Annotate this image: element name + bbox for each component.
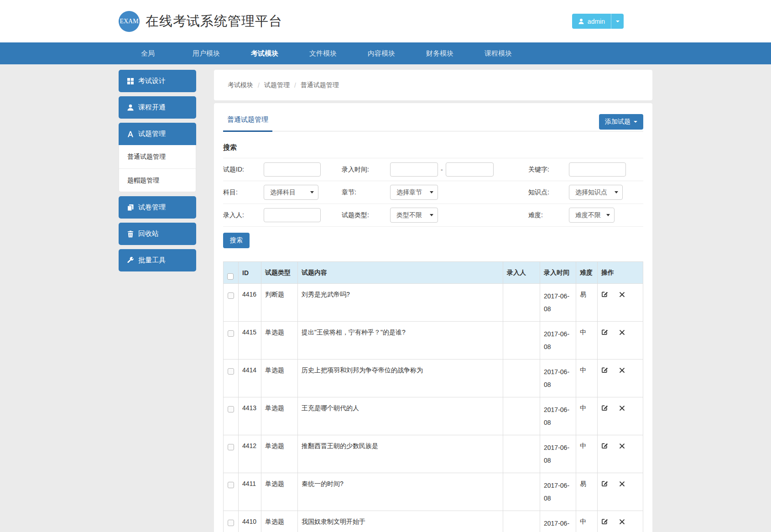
add-question-label: 添加试题 [605, 118, 630, 126]
question-row: 4415 单选题 提出"王侯将相，宁有种乎？"的是谁? 2017-06-08 中 [224, 322, 643, 360]
delete-icon[interactable] [619, 518, 625, 527]
search-row-1: 试题ID: 录入时间: - 关键字: [223, 158, 643, 181]
range-separator: - [441, 166, 443, 173]
select-all-checkbox[interactable] [227, 273, 234, 280]
entry-time-label: 录入时间: [342, 166, 390, 174]
question-id-cell: 4413 [239, 397, 261, 435]
caret-down-icon [606, 214, 610, 216]
breadcrumb-item-current: 普通试题管理 [301, 81, 339, 89]
add-question-button[interactable]: 添加试题 [599, 114, 643, 130]
sidebar-item-recycle-bin[interactable]: 回收站 [119, 223, 196, 245]
question-type-cell: 判断题 [261, 284, 298, 322]
difficulty-select-value: 难度不限 [575, 211, 601, 219]
row-checkbox[interactable] [228, 368, 234, 375]
delete-icon[interactable] [619, 366, 625, 376]
row-checkbox[interactable] [228, 330, 234, 337]
question-content-cell: 提出"王侯将相，宁有种乎？"的是谁? [298, 322, 503, 360]
row-checkbox[interactable] [228, 444, 234, 450]
chapter-select[interactable]: 选择章节 [390, 185, 438, 200]
question-id-input[interactable] [264, 162, 321, 177]
question-bank-icon [127, 130, 134, 138]
edit-icon[interactable] [601, 404, 608, 413]
delete-icon[interactable] [619, 329, 625, 338]
subject-label: 科目: [223, 188, 264, 197]
chapter-select-value: 选择章节 [396, 188, 422, 197]
edit-icon[interactable] [601, 291, 608, 300]
delete-icon[interactable] [619, 404, 625, 413]
sidebar-item-paper-management[interactable]: 试卷管理 [119, 196, 196, 219]
keyword-input[interactable] [569, 162, 626, 177]
edit-icon[interactable] [601, 366, 608, 376]
question-content-cell: 秦统一的时间? [298, 473, 503, 511]
caret-down-icon [616, 21, 620, 22]
paper-copy-icon [127, 204, 134, 211]
question-row: 4413 单选题 王充是哪个朝代的人 2017-06-08 中 [224, 397, 643, 435]
question-management-panel: 普通试题管理 添加试题 搜索 试题ID: 录入时间: - [214, 103, 652, 532]
question-type-select[interactable]: 类型不限 [390, 208, 438, 223]
subject-select[interactable]: 选择科目 [264, 185, 318, 200]
delete-icon[interactable] [619, 442, 625, 451]
nav-item-exam-module[interactable]: 考试模块 [235, 42, 294, 64]
search-row-3: 录入人: 试题类型: 类型不限 难度: 难度不限 [223, 204, 643, 227]
panel-tabs: 普通试题管理 添加试题 [223, 103, 643, 131]
nav-item-user-module[interactable]: 用户模块 [177, 42, 235, 64]
nav-item-file-module[interactable]: 文件模块 [294, 42, 352, 64]
row-checkbox[interactable] [228, 482, 234, 488]
question-type-cell: 单选题 [261, 473, 298, 511]
user-dropdown-toggle[interactable] [611, 14, 624, 29]
grid-icon [127, 78, 134, 85]
entry-time-start-input[interactable] [390, 162, 438, 177]
question-type-cell: 单选题 [261, 322, 298, 360]
tab-normal-question-management[interactable]: 普通试题管理 [223, 115, 272, 132]
question-content-cell: 王充是哪个朝代的人 [298, 397, 503, 435]
question-date-cell: 2017-06-08 [540, 360, 576, 397]
creator-label: 录入人: [223, 211, 264, 219]
breadcrumb-item-question-management[interactable]: 试题管理 [264, 81, 290, 89]
question-difficulty-cell: 中 [576, 360, 598, 397]
header-id: ID [239, 262, 261, 284]
logo-text: EXAM [120, 18, 138, 25]
knowledge-select-value: 选择知识点 [575, 188, 607, 197]
sidebar-subitem-cap-question-management[interactable]: 题帽题管理 [119, 168, 196, 192]
chapter-label: 章节: [342, 188, 390, 197]
search-button[interactable]: 搜索 [223, 233, 250, 248]
nav-item-content-module[interactable]: 内容模块 [352, 42, 411, 64]
sidebar-subitem-normal-question-management[interactable]: 普通试题管理 [119, 145, 196, 168]
edit-icon[interactable] [601, 442, 608, 451]
question-row: 4414 单选题 历史上把项羽和刘邦为争夺帝位的战争称为 2017-06-08 … [224, 360, 643, 397]
caret-down-icon [310, 191, 314, 193]
question-type-cell: 单选题 [261, 397, 298, 435]
difficulty-select[interactable]: 难度不限 [569, 208, 615, 223]
edit-icon[interactable] [601, 518, 608, 527]
edit-icon[interactable] [601, 480, 608, 489]
creator-input[interactable] [264, 208, 321, 222]
question-type-cell: 单选题 [261, 435, 298, 473]
knowledge-select[interactable]: 选择知识点 [569, 185, 623, 200]
nav-item-course-module[interactable]: 课程模块 [469, 42, 527, 64]
nav-item-global[interactable]: 全局 [119, 42, 177, 64]
sidebar-item-batch-tools[interactable]: 批量工具 [119, 249, 196, 271]
row-checkbox[interactable] [228, 406, 234, 412]
row-checkbox[interactable] [228, 292, 234, 299]
app-header: EXAM 在线考试系统管理平台 admin [0, 0, 771, 42]
row-checkbox[interactable] [228, 520, 234, 526]
sidebar-item-exam-design[interactable]: 考试设计 [119, 70, 196, 92]
question-table: ID 试题类型 试题内容 录入人 录入时间 难度 操作 4416 判断题 刘秀是… [223, 261, 643, 532]
edit-icon[interactable] [601, 329, 608, 338]
sidebar-item-course-open[interactable]: 课程开通 [119, 96, 196, 119]
question-date-cell: 2017-06-08 [540, 397, 576, 435]
breadcrumb-item-exam-module[interactable]: 考试模块 [228, 81, 253, 89]
question-difficulty-cell: 易 [576, 284, 598, 322]
question-creator-cell [503, 284, 540, 322]
person-icon [578, 18, 584, 25]
difficulty-label: 难度: [528, 211, 569, 219]
nav-item-finance-module[interactable]: 财务模块 [411, 42, 469, 64]
delete-icon[interactable] [619, 291, 625, 300]
sidebar-item-label: 批量工具 [138, 256, 166, 265]
entry-time-end-input[interactable] [446, 162, 494, 177]
delete-icon[interactable] [619, 480, 625, 489]
exam-logo-icon: EXAM [119, 11, 140, 32]
header-operations: 操作 [598, 262, 643, 284]
user-button[interactable]: admin [572, 14, 611, 29]
sidebar-item-question-management[interactable]: 试题管理 [119, 123, 196, 145]
